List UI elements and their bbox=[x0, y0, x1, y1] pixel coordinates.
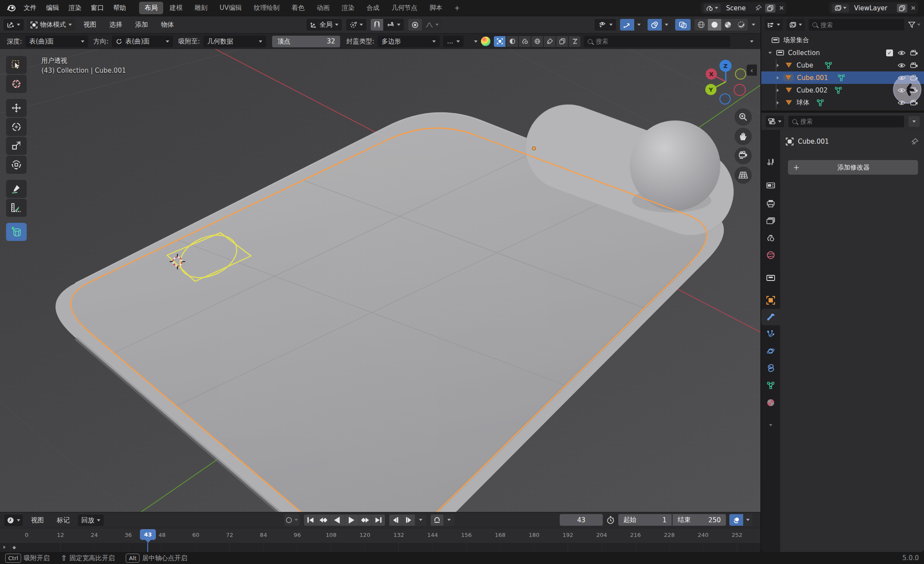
direction-selector[interactable]: 表(曲)面 bbox=[112, 36, 173, 47]
panel-expand-chevron[interactable] bbox=[474, 40, 478, 43]
xray-toggle[interactable] bbox=[675, 19, 691, 31]
scene-browse-button[interactable] bbox=[704, 4, 721, 12]
expand-toggle[interactable] bbox=[777, 101, 779, 105]
axis-y-ball[interactable]: Y bbox=[705, 84, 716, 95]
tool-search-field[interactable] bbox=[584, 36, 730, 47]
exclude-checkbox[interactable]: ✓ bbox=[886, 49, 893, 56]
hide-eye-icon[interactable] bbox=[897, 50, 906, 56]
timeline-ruler[interactable]: 0 12 24 36 48 60 72 84 96 108 120 132 14… bbox=[0, 528, 760, 543]
loop-options-dropdown[interactable] bbox=[443, 515, 455, 526]
workspace-tab-uv[interactable]: UV编辑 bbox=[214, 2, 247, 14]
add-workspace-button[interactable]: + bbox=[449, 2, 465, 14]
orthographic-view-button[interactable] bbox=[735, 166, 752, 184]
next-keyframe-button[interactable] bbox=[359, 515, 372, 526]
tool-measure[interactable] bbox=[6, 199, 27, 217]
channel-expand-icon[interactable] bbox=[3, 546, 6, 549]
gizmos-toggle[interactable] bbox=[620, 19, 634, 31]
shading-wireframe-button[interactable] bbox=[695, 19, 708, 31]
menu-view[interactable]: 视图 bbox=[79, 19, 101, 31]
gizmos-dropdown[interactable] bbox=[634, 19, 644, 31]
tool-transform[interactable] bbox=[6, 156, 27, 174]
menu-select[interactable]: 选择 bbox=[105, 19, 127, 31]
playhead-stem[interactable] bbox=[147, 543, 148, 552]
hide-eye-icon[interactable] bbox=[897, 62, 906, 68]
workspace-tab-scripting[interactable]: 脚本 bbox=[424, 2, 448, 14]
zoom-view-button[interactable] bbox=[735, 108, 752, 126]
axis-neg-x-ball[interactable] bbox=[734, 84, 745, 96]
tab-scene[interactable] bbox=[761, 230, 780, 246]
workspace-tab-shading[interactable]: 着色 bbox=[286, 2, 310, 14]
frame-end-field[interactable]: 结束250 bbox=[673, 514, 726, 526]
proportional-editing-toggle[interactable] bbox=[408, 19, 422, 31]
collection-row[interactable]: Collection ✓ bbox=[761, 46, 924, 59]
outliner-display-mode-button[interactable] bbox=[787, 19, 805, 31]
shading-dropdown[interactable] bbox=[752, 24, 755, 26]
step-options-dropdown[interactable] bbox=[415, 515, 426, 526]
properties-search-field[interactable] bbox=[788, 116, 904, 127]
tool-option-tweak-icon[interactable] bbox=[494, 36, 505, 47]
workspace-tab-layout[interactable]: 布局 bbox=[139, 2, 163, 14]
tab-collection[interactable] bbox=[761, 270, 780, 286]
transform-orientation-selector[interactable]: 全局 bbox=[307, 19, 342, 31]
jump-to-end-button[interactable] bbox=[372, 515, 385, 526]
stopwatch-icon[interactable] bbox=[606, 516, 615, 524]
tool-option-brush-icon[interactable] bbox=[544, 36, 555, 47]
pan-view-button[interactable] bbox=[735, 128, 752, 145]
tab-object[interactable] bbox=[761, 293, 780, 308]
breadcrumb-object-name[interactable]: Cube.001 bbox=[798, 138, 829, 145]
axis-x-ball[interactable]: X bbox=[706, 68, 717, 80]
tool-move[interactable] bbox=[6, 99, 27, 117]
shading-solid-button[interactable] bbox=[708, 19, 721, 31]
jump-to-start-button[interactable] bbox=[304, 515, 317, 526]
playhead-label[interactable]: 43 bbox=[140, 529, 156, 540]
mode-selector[interactable]: 物体模式 bbox=[27, 19, 75, 31]
outliner-editor-type-button[interactable] bbox=[765, 19, 783, 31]
depth-selector[interactable]: 表(曲)面 bbox=[25, 36, 88, 47]
axis-neg-z-ball[interactable] bbox=[720, 94, 730, 104]
more-options-selector[interactable]: ... bbox=[443, 36, 464, 47]
step-forward-button[interactable] bbox=[402, 515, 415, 526]
tool-select-box[interactable] bbox=[6, 56, 27, 74]
expand-toggle[interactable] bbox=[777, 76, 779, 80]
workspace-tab-animation[interactable]: 动画 bbox=[311, 2, 335, 14]
tab-output[interactable] bbox=[761, 196, 780, 211]
auto-key-dropdown[interactable] bbox=[295, 519, 298, 521]
snap-toggle[interactable] bbox=[371, 19, 383, 31]
current-frame-field[interactable]: 43 bbox=[560, 514, 603, 526]
tool-option-metaball-icon[interactable] bbox=[519, 36, 530, 47]
scene-name[interactable]: Scene bbox=[724, 4, 752, 12]
snap-to-selector[interactable]: 几何数据 bbox=[203, 36, 266, 47]
play-reverse-button[interactable] bbox=[330, 515, 344, 526]
tab-world[interactable] bbox=[761, 247, 780, 263]
expand-toggle[interactable] bbox=[777, 89, 779, 92]
snap-settings-selector[interactable] bbox=[383, 19, 404, 31]
tab-modifiers-active[interactable] bbox=[761, 309, 780, 325]
overlays-toggle[interactable] bbox=[648, 19, 662, 31]
menu-object[interactable]: 物体 bbox=[156, 19, 179, 31]
workspace-tab-compositing[interactable]: 合成 bbox=[361, 2, 385, 14]
overlays-dropdown[interactable] bbox=[662, 19, 671, 31]
viewlayer-name[interactable]: ViewLayer bbox=[853, 4, 893, 12]
scene-new-button[interactable] bbox=[765, 4, 775, 12]
workspace-tab-texture-paint[interactable]: 纹理绘制 bbox=[248, 2, 285, 14]
blender-logo-icon[interactable] bbox=[6, 3, 16, 12]
loop-toggle[interactable] bbox=[431, 515, 443, 526]
camera-view-button[interactable] bbox=[735, 147, 752, 164]
tool-scale[interactable] bbox=[6, 137, 27, 155]
tab-render[interactable] bbox=[761, 177, 780, 193]
pin-icon[interactable] bbox=[911, 138, 918, 145]
timeline-editor-type-button[interactable] bbox=[4, 515, 23, 526]
viewlayer-new-button[interactable] bbox=[897, 4, 907, 12]
keying-sphere-toggle[interactable] bbox=[729, 514, 743, 526]
cap-type-selector[interactable]: 多边形 bbox=[378, 36, 440, 47]
pin-icon[interactable] bbox=[755, 5, 762, 11]
tool-option-sphere-icon[interactable] bbox=[506, 36, 518, 47]
object-row-cube[interactable]: Cube bbox=[761, 59, 924, 71]
menu-help[interactable]: 帮助 bbox=[109, 0, 131, 16]
disable-render-camera-icon[interactable] bbox=[910, 62, 918, 68]
viewlayer-browse-button[interactable] bbox=[832, 4, 849, 12]
pivot-point-selector[interactable] bbox=[346, 19, 366, 31]
menu-file[interactable]: 文件 bbox=[19, 0, 41, 16]
tool-option-zigzag-icon[interactable] bbox=[569, 36, 580, 47]
editor-type-button[interactable] bbox=[3, 19, 24, 31]
